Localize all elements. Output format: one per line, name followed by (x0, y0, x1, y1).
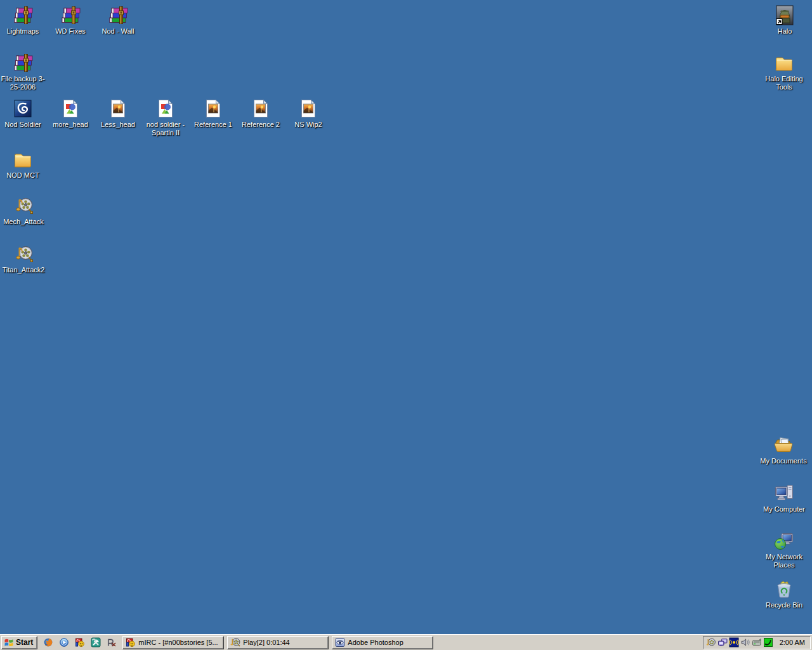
quick-launch-firefox[interactable] (43, 637, 54, 648)
desktop-icon-wd-fixes[interactable]: WD Fixes (46, 5, 95, 36)
media-clip-icon (13, 244, 34, 264)
quick-launch-windows-media-player[interactable] (58, 637, 70, 648)
desktop-icon-titan-attack2[interactable]: Titan_Attack2 (0, 244, 48, 274)
quick-launch-tools[interactable] (90, 637, 102, 648)
tray-volume-speaker[interactable] (740, 637, 750, 647)
film-reel-icon (230, 637, 240, 647)
quick-launch-bar (43, 636, 117, 649)
desktop-icon-label: Halo Editing Tools (760, 75, 808, 91)
halo-shortcut-icon (775, 5, 795, 25)
desktop-icon-more-head[interactable]: more_head (46, 98, 95, 129)
desktop-icon-label: NS Wip2 (294, 121, 322, 129)
mirc-icon (126, 637, 136, 647)
start-button-label: Start (16, 638, 33, 647)
reg-rx-icon (107, 637, 117, 647)
winrar-archive-icon (108, 5, 128, 25)
desktop-icon-label: WD Fixes (55, 27, 86, 36)
recycle-bin-icon (774, 579, 794, 599)
desktop-icon-less-head[interactable]: Less_head (94, 98, 142, 129)
desktop-icon-my-documents[interactable]: My Documents (759, 435, 808, 465)
tray-media-reel[interactable] (706, 637, 716, 647)
desktop-icon-nod-soldier-spartin-ii[interactable]: nod soldier - Spartin II (141, 98, 190, 137)
desktop-icon-halo-editing-tools[interactable]: Halo Editing Tools (760, 53, 808, 91)
tools-icon (91, 637, 101, 647)
desktop-icon-label: My Computer (763, 505, 805, 514)
winrar-archive-icon (13, 5, 33, 25)
desktop-icon-label: My Network Places (760, 553, 808, 569)
winrar-archive-icon (60, 5, 81, 25)
desktop-icon-label: My Documents (760, 457, 806, 465)
desktop-icon-nod-wall[interactable]: Nod - Wall (94, 5, 142, 36)
desktop-icons-layer: LightmapsWD FixesNod - WallHaloFile back… (0, 0, 812, 650)
media-reel-icon (706, 637, 716, 647)
task-button-mirc[interactable]: mIRC - [#n00bstories [5... (122, 636, 224, 649)
my-documents-icon (773, 435, 794, 455)
desktop-icon-my-computer[interactable]: My Computer (760, 483, 808, 514)
desktop-icon-label: nod soldier - Spartin II (141, 121, 190, 137)
wireless-signal-icon (729, 637, 739, 647)
folder-closed-icon (13, 149, 33, 169)
desktop-icon-label: Reference 2 (242, 121, 280, 129)
winrar-archive-icon (13, 53, 33, 73)
tray-trillian-messenger[interactable] (763, 637, 773, 647)
desktop-icon-label: Nod - Wall (102, 27, 134, 36)
volume-speaker-icon (740, 637, 750, 647)
task-button-label: Play[2] 0:01:44 (243, 639, 289, 646)
my-computer-icon (774, 483, 794, 503)
desktop-icon-my-network-places[interactable]: My Network Places (760, 531, 808, 569)
desktop-icon-recycle-bin[interactable]: Recycle Bin (760, 579, 808, 609)
tray-wireless-signal[interactable] (729, 637, 739, 647)
photo-file-icon (203, 98, 223, 119)
scanner-device-icon (752, 637, 762, 647)
desktop-icon-nod-mct[interactable]: NOD MCT (0, 149, 47, 180)
desktop-icon-label: Reference 1 (194, 121, 232, 129)
desktop-icon-ns-wip2[interactable]: NS Wip2 (284, 98, 332, 129)
task-buttons-area: mIRC - [#n00bstories [5...Play[2] 0:01:4… (122, 635, 702, 650)
quick-launch-reg-rx[interactable] (106, 637, 117, 648)
start-button[interactable]: Start (1, 636, 37, 649)
taskbar-clock[interactable]: 2:00 AM (780, 639, 805, 646)
desktop-icon-label: Less_head (101, 121, 135, 129)
system-tray: 2:00 AM (703, 636, 811, 649)
desktop-icon-label: Titan_Attack2 (3, 266, 45, 274)
desktop[interactable]: { "desktop": { "background_color": "#3A6… (0, 0, 812, 650)
photo-file-icon (298, 98, 318, 119)
mirc-icon (75, 637, 85, 647)
folder-closed-icon (774, 53, 794, 73)
task-button-adobe[interactable]: Adobe Photoshop (332, 636, 433, 649)
taskbar: Start mIRC - [#n00bstories [5...Play[2] … (0, 634, 812, 650)
swirl-app-icon (13, 98, 33, 119)
firefox-icon (43, 637, 53, 647)
media-clip-icon (13, 196, 34, 216)
desktop-icon-reference-1[interactable]: Reference 1 (189, 98, 237, 129)
desktop-icon-mech-attack[interactable]: Mech_Attack (0, 196, 48, 226)
image-file-icon (155, 98, 176, 119)
desktop-icon-label: Nod Soldier (4, 121, 41, 129)
task-button-play-2[interactable]: Play[2] 0:01:44 (227, 636, 329, 649)
desktop-icon-label: Halo (778, 27, 792, 36)
desktop-icon-reference-2[interactable]: Reference 2 (237, 98, 285, 129)
windows-media-player-icon (59, 637, 69, 647)
network-computers-icon (717, 637, 728, 647)
image-file-icon (60, 98, 81, 119)
desktop-icon-halo[interactable]: Halo (761, 5, 809, 36)
windows-logo-icon (4, 637, 14, 647)
trillian-messenger-icon (763, 637, 773, 647)
desktop-icon-label: more_head (53, 121, 88, 129)
tray-scanner-device[interactable] (752, 637, 762, 647)
desktop-icon-label: Mech_Attack (3, 218, 44, 226)
desktop-icon-nod-soldier[interactable]: Nod Soldier (0, 98, 47, 129)
quick-launch-mirc[interactable] (74, 637, 86, 648)
tray-icons (706, 637, 773, 647)
task-button-label: mIRC - [#n00bstories [5... (138, 639, 218, 646)
desktop-icon-label: Lightmaps (7, 27, 39, 36)
photoshop-eye-icon (335, 637, 345, 647)
desktop-icon-label: File backup 3-25-2006 (0, 75, 47, 91)
photo-file-icon (108, 98, 128, 119)
desktop-icon-label: NOD MCT (6, 171, 39, 180)
tray-network-computers[interactable] (717, 637, 728, 647)
my-network-places-icon (774, 531, 794, 551)
desktop-icon-file-backup-3-25-2006[interactable]: File backup 3-25-2006 (0, 53, 47, 91)
photo-file-icon (251, 98, 271, 119)
desktop-icon-lightmaps[interactable]: Lightmaps (0, 5, 47, 36)
